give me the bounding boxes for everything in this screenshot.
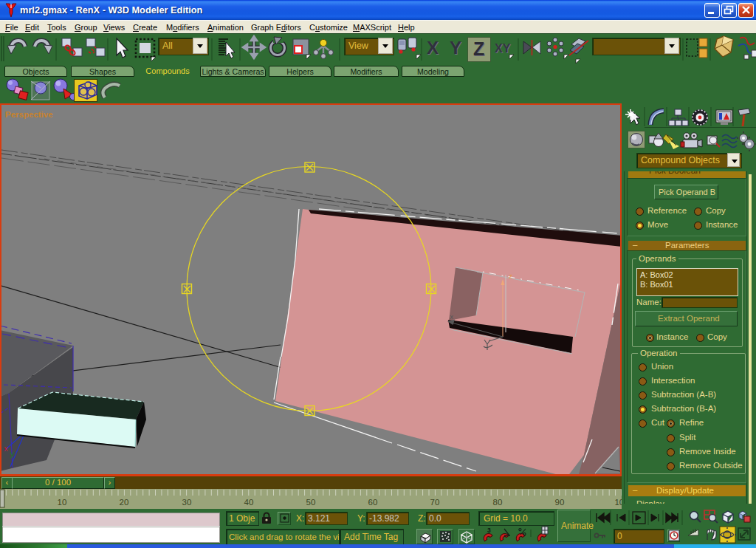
svg-text:80: 80	[493, 498, 503, 507]
svg-text:Perspective: Perspective	[5, 110, 53, 119]
svg-text:70: 70	[430, 498, 440, 507]
svg-text:x: x	[4, 445, 8, 453]
svg-text:y: y	[10, 450, 15, 459]
svg-text:50: 50	[306, 498, 316, 507]
svg-text:3: 3	[487, 527, 491, 534]
svg-text:30: 30	[182, 498, 192, 507]
svg-text:60: 60	[368, 498, 378, 507]
svg-text:100: 100	[614, 498, 622, 507]
svg-text:90: 90	[555, 498, 565, 507]
svg-text:20: 20	[120, 498, 129, 507]
svg-text:XY: XY	[495, 42, 511, 55]
svg-text:X: X	[427, 38, 439, 58]
svg-text:10: 10	[58, 498, 67, 507]
svg-text:x: x	[450, 314, 453, 321]
svg-text:Y: Y	[450, 38, 461, 58]
svg-text:z: z	[509, 273, 512, 281]
svg-text:Z: Z	[473, 38, 484, 59]
svg-text:40: 40	[244, 498, 254, 507]
